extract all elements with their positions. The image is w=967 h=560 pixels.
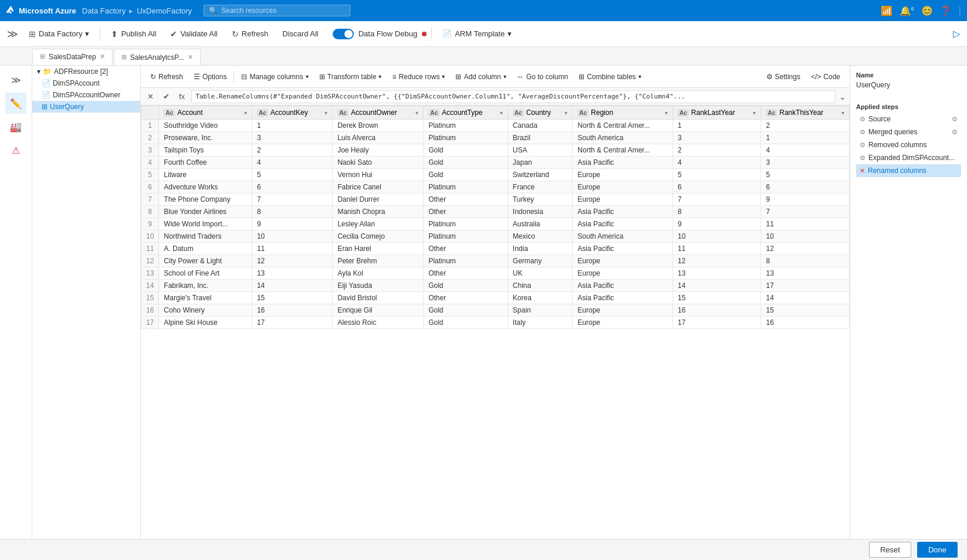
help-icon[interactable]: ❓ bbox=[940, 5, 952, 16]
cell-accountkey: 1 bbox=[252, 120, 332, 132]
step-label-merged-queries: Merged queries bbox=[868, 128, 917, 136]
publish-all-button[interactable]: ⬆ Publish All bbox=[105, 26, 162, 42]
ribbon-code-button[interactable]: </> Code bbox=[806, 70, 845, 83]
table-row[interactable]: 10 Northwind Traders 10 Cecilia Comejo P… bbox=[141, 230, 850, 243]
col-header-ranklastyear[interactable]: Ac RankLastYear ▾ bbox=[673, 106, 761, 120]
step-item-removed-columns[interactable]: ⚙ Removed columns bbox=[856, 138, 961, 151]
cell-region: Asia Pacific bbox=[573, 218, 673, 230]
cell-country: Spain bbox=[508, 304, 572, 317]
step-item-renamed-columns[interactable]: ✕ Renamed columns bbox=[856, 164, 961, 177]
ribbon-add-column-button[interactable]: ⊞ Add column bbox=[451, 70, 510, 83]
cell-ranklastyear: 14 bbox=[673, 280, 761, 292]
step-gear-merged-queries[interactable]: ⚙ bbox=[952, 128, 958, 136]
col-header-accountowner[interactable]: Ac AccountOwner ▾ bbox=[333, 106, 424, 120]
ribbon-reduce-rows-button[interactable]: ≡ Reduce rows bbox=[387, 70, 449, 83]
reset-button[interactable]: Reset bbox=[869, 542, 911, 558]
ribbon-combine-tables-button[interactable]: ⊞ Combine tables bbox=[574, 70, 645, 83]
col-filter-country[interactable]: ▾ bbox=[564, 110, 567, 116]
tree-item-dim-sp-account[interactable]: 📄 DimSPAccount bbox=[32, 77, 140, 89]
tab-sales-analytics[interactable]: ⊞ SalesAnalytcsP... ✕ bbox=[114, 49, 201, 65]
table-row[interactable]: 1 Southridge Video 1 Derek Brown Platinu… bbox=[141, 120, 850, 132]
col-filter-accountkey[interactable]: ▾ bbox=[324, 110, 327, 116]
sidebar-paint-icon[interactable]: ✏️ bbox=[5, 93, 26, 114]
formula-confirm-button[interactable]: ✔ bbox=[160, 91, 173, 102]
formula-fx-button[interactable]: fx bbox=[176, 91, 188, 102]
table-row[interactable]: 3 Tailspin Toys 2 Joe Healy Gold USA Nor… bbox=[141, 144, 850, 157]
ribbon-go-to-column-button[interactable]: ↔ Go to column bbox=[512, 70, 573, 83]
col-filter-region[interactable]: ▾ bbox=[665, 110, 668, 116]
col-header-account[interactable]: Ac Account ▾ bbox=[159, 106, 252, 120]
sidebar-expand-icon[interactable]: ≫ bbox=[7, 28, 18, 40]
col-filter-ranklastyear[interactable]: ▾ bbox=[753, 110, 756, 116]
table-row[interactable]: 11 A. Datum 11 Eran Harel Other India As… bbox=[141, 243, 850, 255]
ribbon-options-button[interactable]: ☰ Options bbox=[189, 70, 231, 83]
table-row[interactable]: 15 Margie's Travel 15 David Bristol Othe… bbox=[141, 292, 850, 304]
azure-logo[interactable]: Microsoft Azure bbox=[6, 6, 76, 15]
table-row[interactable]: 5 Litware 5 Vernon Hui Gold Switzerland … bbox=[141, 169, 850, 181]
sidebar-monitor-icon[interactable]: ⚠ bbox=[5, 140, 26, 161]
cell-ranklastyear: 7 bbox=[673, 194, 761, 206]
col-header-accountkey[interactable]: Ac AccountKey ▾ bbox=[252, 106, 332, 120]
table-row[interactable]: 7 The Phone Company 7 Daniel Durrer Othe… bbox=[141, 194, 850, 206]
df-dropdown-button[interactable]: ⊞ Data Factory ▾ bbox=[23, 26, 95, 42]
discard-all-button[interactable]: Discard All bbox=[276, 26, 324, 41]
table-row[interactable]: 2 Proseware, Inc. 3 Luis Alverca Platinu… bbox=[141, 132, 850, 144]
col-filter-accounttype[interactable]: ▾ bbox=[500, 110, 503, 116]
col-filter-account[interactable]: ▾ bbox=[244, 110, 247, 116]
formula-expand-icon[interactable]: ⌄ bbox=[839, 92, 846, 101]
cell-country: China bbox=[508, 280, 572, 292]
search-input[interactable] bbox=[221, 6, 345, 15]
col-filter-accountowner[interactable]: ▾ bbox=[415, 110, 418, 116]
smiley-icon[interactable]: 😊 bbox=[921, 5, 933, 16]
step-item-expanded-dim[interactable]: ⚙ Expanded DimSPAccount... bbox=[856, 151, 961, 164]
tab-1-close[interactable]: ✕ bbox=[188, 53, 193, 61]
step-item-merged-queries[interactable]: ⚙ Merged queries ⚙ bbox=[856, 125, 961, 138]
formula-input[interactable] bbox=[191, 90, 836, 103]
azure-search-bar[interactable]: 🔍 bbox=[204, 5, 350, 16]
notifications-icon[interactable]: 🔔6 bbox=[900, 5, 914, 16]
collapse-right-button[interactable]: ▷ bbox=[953, 28, 960, 39]
tree-root[interactable]: ▾ 📁 ADFResource [2] bbox=[32, 66, 140, 77]
col-header-region[interactable]: Ac Region ▾ bbox=[573, 106, 673, 120]
table-row[interactable]: 9 Wide World Import... 9 Lesley Allan Pl… bbox=[141, 218, 850, 230]
table-row[interactable]: 8 Blue Yonder Airlines 8 Manish Chopra O… bbox=[141, 206, 850, 218]
ribbon-transform-table-button[interactable]: ⊞ Transform table bbox=[315, 70, 387, 83]
debug-toggle-switch[interactable] bbox=[333, 29, 354, 39]
ribbon-manage-columns-button[interactable]: ⊟ Manage columns bbox=[236, 70, 313, 83]
cell-accountkey: 15 bbox=[252, 292, 332, 304]
done-button[interactable]: Done bbox=[917, 542, 958, 558]
formula-bar: ✕ ✔ fx ⌄ bbox=[141, 88, 850, 106]
table-row[interactable]: 13 School of Fine Art 13 Ayla Kol Other … bbox=[141, 267, 850, 280]
ribbon-refresh-button[interactable]: ↻ Refresh bbox=[146, 70, 188, 83]
validate-all-button[interactable]: ✔ Validate All bbox=[164, 26, 223, 42]
tab-0-close[interactable]: ✕ bbox=[100, 53, 105, 60]
table-row[interactable]: 14 Fabrikam, Inc. 14 Eiji Yasuda Gold Ch… bbox=[141, 280, 850, 292]
sidebar-chevron-icon[interactable]: ≫ bbox=[5, 69, 26, 90]
breadcrumb-df[interactable]: Data Factory bbox=[82, 6, 126, 15]
tree-item-dim-sp-account-owner[interactable]: 📄 DimSPAccountOwner bbox=[32, 89, 140, 101]
cell-accountowner: Naoki Sato bbox=[333, 157, 424, 169]
left-sidebar: ≫ ✏️ 🏭 ⚠ bbox=[0, 66, 32, 539]
ribbon-settings-button[interactable]: ⚙ Settings bbox=[762, 70, 805, 83]
data-table-container[interactable]: Ac Account ▾ Ac AccountKey ▾ bbox=[141, 106, 850, 539]
table-row[interactable]: 17 Alpine Ski House 17 Alessio Roic Gold… bbox=[141, 317, 850, 329]
col-header-country[interactable]: Ac Country ▾ bbox=[508, 106, 572, 120]
col-header-rankthisyear[interactable]: Ac RankThisYear ▾ bbox=[761, 106, 850, 120]
table-row[interactable]: 16 Coho Winery 16 Enrique Gil Gold Spain… bbox=[141, 304, 850, 317]
tab-sales-data-prep[interactable]: ⊞ SalesDataPrep ✕ bbox=[32, 49, 113, 65]
refresh-toolbar-button[interactable]: ↻ Refresh bbox=[226, 26, 275, 42]
col-filter-rankthisyear[interactable]: ▾ bbox=[841, 110, 844, 116]
cell-accounttype: Gold bbox=[424, 280, 508, 292]
formula-delete-button[interactable]: ✕ bbox=[144, 91, 157, 102]
breadcrumb-factory[interactable]: UxDemoFactory bbox=[137, 6, 192, 15]
col-header-accounttype[interactable]: Ac AccountType ▾ bbox=[424, 106, 508, 120]
table-row[interactable]: 6 Adventure Works 6 Fabrice Canel Platin… bbox=[141, 181, 850, 194]
table-row[interactable]: 12 City Power & Light 12 Peter Brehm Pla… bbox=[141, 255, 850, 267]
step-gear-source[interactable]: ⚙ bbox=[952, 116, 958, 123]
tree-item-user-query[interactable]: ⊞ UserQuery bbox=[32, 101, 140, 113]
step-item-source[interactable]: ⚙ Source ⚙ bbox=[856, 113, 961, 125]
sidebar-factory-icon[interactable]: 🏭 bbox=[5, 116, 26, 137]
table-row[interactable]: 4 Fourth Coffee 4 Naoki Sato Gold Japan … bbox=[141, 157, 850, 169]
wifi-icon[interactable]: 📶 bbox=[881, 5, 892, 16]
arm-template-button[interactable]: 📄 ARM Template ▾ bbox=[437, 26, 518, 41]
